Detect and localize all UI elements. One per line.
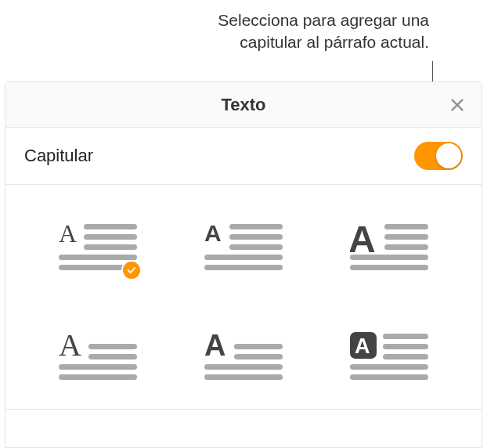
- dropcap-style-3[interactable]: A: [350, 221, 428, 276]
- svg-rect-28: [204, 364, 283, 370]
- dropcap-style-5-icon: A: [204, 331, 283, 385]
- dropcap-label: Capitular: [24, 146, 93, 166]
- callout-annotation: Selecciona para agregar una capitular al…: [0, 0, 487, 60]
- svg-rect-34: [383, 354, 428, 359]
- dropcap-style-4[interactable]: A: [59, 331, 137, 385]
- close-button[interactable]: [447, 95, 467, 115]
- callout-text-line1: Selecciona para agregar una: [218, 11, 429, 29]
- svg-rect-12: [204, 255, 283, 260]
- svg-rect-29: [204, 374, 283, 380]
- svg-rect-18: [350, 255, 428, 260]
- svg-rect-3: [84, 224, 137, 229]
- panel-title: Texto: [221, 95, 265, 115]
- svg-rect-16: [384, 234, 428, 240]
- selected-badge: [121, 260, 142, 280]
- svg-rect-26: [234, 344, 283, 349]
- svg-text:A: A: [204, 331, 225, 362]
- svg-text:A: A: [59, 331, 81, 363]
- dropcap-style-4-icon: A: [59, 331, 137, 385]
- dropcap-style-grid: A A: [5, 185, 482, 410]
- svg-text:A: A: [59, 221, 77, 247]
- svg-rect-17: [384, 244, 428, 250]
- svg-rect-23: [59, 364, 137, 370]
- svg-rect-24: [59, 374, 137, 380]
- svg-rect-27: [234, 354, 283, 359]
- svg-rect-11: [229, 244, 283, 250]
- dropcap-style-6[interactable]: A: [350, 331, 428, 385]
- svg-rect-35: [350, 364, 428, 370]
- dropcap-toggle-row: Capitular: [5, 128, 482, 185]
- svg-rect-33: [383, 344, 428, 349]
- svg-rect-10: [229, 234, 283, 240]
- dropcap-style-2-icon: A: [204, 221, 283, 276]
- svg-text:A: A: [350, 221, 376, 260]
- dropcap-style-5[interactable]: A: [204, 331, 283, 385]
- checkmark-icon: [126, 265, 137, 276]
- svg-rect-15: [384, 224, 428, 229]
- close-icon: [449, 96, 466, 114]
- svg-rect-21: [88, 344, 137, 349]
- text-format-panel: Texto Capitular A: [5, 81, 482, 448]
- dropcap-toggle[interactable]: [414, 142, 463, 170]
- svg-rect-32: [383, 334, 428, 339]
- svg-rect-22: [88, 354, 137, 359]
- dropcap-style-3-icon: A: [350, 221, 428, 276]
- svg-text:A: A: [355, 334, 370, 358]
- svg-text:A: A: [204, 221, 222, 246]
- svg-rect-19: [350, 265, 428, 270]
- svg-rect-6: [59, 255, 137, 260]
- dropcap-style-1[interactable]: A: [59, 221, 137, 276]
- callout-text-line2: capitular al párrafo actual.: [240, 33, 429, 51]
- dropcap-style-6-icon: A: [350, 331, 428, 385]
- dropcap-style-2[interactable]: A: [204, 221, 283, 276]
- panel-header: Texto: [5, 82, 482, 128]
- svg-rect-4: [84, 234, 137, 240]
- svg-rect-9: [229, 224, 283, 229]
- svg-rect-36: [350, 374, 428, 380]
- svg-rect-5: [84, 244, 137, 250]
- svg-rect-13: [204, 265, 283, 270]
- toggle-knob: [436, 143, 461, 168]
